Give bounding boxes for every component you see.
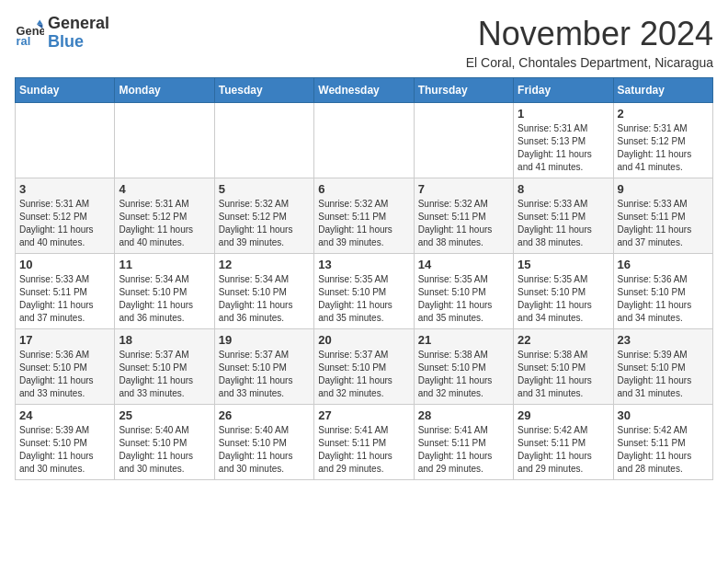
day-info: Sunrise: 5:35 AM Sunset: 5:10 PM Dayligh…	[318, 273, 409, 325]
day-info: Sunrise: 5:31 AM Sunset: 5:12 PM Dayligh…	[19, 198, 110, 249]
weekday-header-saturday: Saturday	[613, 78, 712, 103]
calendar-week-1: 1Sunrise: 5:31 AM Sunset: 5:13 PM Daylig…	[16, 103, 713, 178]
logo-text: General Blue	[48, 15, 109, 52]
calendar-week-5: 24Sunrise: 5:39 AM Sunset: 5:10 PM Dayli…	[16, 405, 713, 480]
calendar-cell	[115, 103, 214, 178]
day-info: Sunrise: 5:39 AM Sunset: 5:10 PM Dayligh…	[19, 424, 110, 476]
day-info: Sunrise: 5:37 AM Sunset: 5:10 PM Dayligh…	[119, 349, 210, 400]
day-number: 2	[618, 107, 709, 121]
day-number: 13	[318, 258, 409, 271]
calendar-cell	[314, 103, 414, 178]
day-number: 23	[618, 333, 709, 347]
calendar-cell: 11Sunrise: 5:34 AM Sunset: 5:10 PM Dayli…	[115, 254, 214, 329]
day-number: 29	[518, 408, 609, 422]
calendar-cell: 14Sunrise: 5:35 AM Sunset: 5:10 PM Dayli…	[414, 254, 513, 329]
month-title: November 2024	[466, 15, 713, 53]
logo-icon: Gene ral	[15, 18, 44, 48]
calendar-cell	[414, 103, 513, 178]
day-info: Sunrise: 5:40 AM Sunset: 5:10 PM Dayligh…	[219, 424, 310, 476]
calendar-cell: 10Sunrise: 5:33 AM Sunset: 5:11 PM Dayli…	[16, 254, 115, 329]
day-number: 26	[219, 408, 310, 422]
calendar-cell: 27Sunrise: 5:41 AM Sunset: 5:11 PM Dayli…	[314, 405, 414, 480]
day-info: Sunrise: 5:35 AM Sunset: 5:10 PM Dayligh…	[418, 273, 509, 325]
calendar-cell: 20Sunrise: 5:37 AM Sunset: 5:10 PM Dayli…	[314, 329, 414, 405]
calendar-week-4: 17Sunrise: 5:36 AM Sunset: 5:10 PM Dayli…	[16, 329, 713, 405]
day-number: 9	[618, 182, 709, 196]
calendar-cell: 13Sunrise: 5:35 AM Sunset: 5:10 PM Dayli…	[314, 254, 414, 329]
page-header: Gene ral General Blue November 2024 El C…	[15, 15, 713, 70]
day-info: Sunrise: 5:33 AM Sunset: 5:11 PM Dayligh…	[518, 198, 609, 249]
day-info: Sunrise: 5:34 AM Sunset: 5:10 PM Dayligh…	[219, 273, 310, 325]
day-number: 15	[518, 258, 609, 271]
weekday-header-tuesday: Tuesday	[214, 78, 313, 103]
calendar-cell: 21Sunrise: 5:38 AM Sunset: 5:10 PM Dayli…	[414, 329, 513, 405]
day-info: Sunrise: 5:37 AM Sunset: 5:10 PM Dayligh…	[219, 349, 310, 400]
day-number: 24	[19, 408, 110, 422]
calendar-cell: 8Sunrise: 5:33 AM Sunset: 5:11 PM Daylig…	[514, 178, 613, 254]
day-number: 12	[219, 258, 310, 271]
day-info: Sunrise: 5:39 AM Sunset: 5:10 PM Dayligh…	[618, 349, 709, 400]
logo-general: General	[48, 15, 109, 33]
day-info: Sunrise: 5:32 AM Sunset: 5:11 PM Dayligh…	[418, 198, 509, 249]
calendar-cell: 17Sunrise: 5:36 AM Sunset: 5:10 PM Dayli…	[16, 329, 115, 405]
day-info: Sunrise: 5:31 AM Sunset: 5:12 PM Dayligh…	[119, 198, 210, 249]
day-info: Sunrise: 5:38 AM Sunset: 5:10 PM Dayligh…	[418, 349, 509, 400]
calendar-cell: 24Sunrise: 5:39 AM Sunset: 5:10 PM Dayli…	[16, 405, 115, 480]
calendar-cell: 16Sunrise: 5:36 AM Sunset: 5:10 PM Dayli…	[613, 254, 712, 329]
calendar-cell: 19Sunrise: 5:37 AM Sunset: 5:10 PM Dayli…	[214, 329, 313, 405]
day-number: 5	[219, 182, 310, 196]
day-number: 4	[119, 182, 210, 196]
day-number: 10	[19, 258, 110, 271]
day-number: 21	[418, 333, 509, 347]
calendar-cell: 15Sunrise: 5:35 AM Sunset: 5:10 PM Dayli…	[514, 254, 613, 329]
day-number: 8	[518, 182, 609, 196]
calendar-cell: 9Sunrise: 5:33 AM Sunset: 5:11 PM Daylig…	[613, 178, 712, 254]
logo: Gene ral General Blue	[15, 15, 109, 52]
calendar-cell: 26Sunrise: 5:40 AM Sunset: 5:10 PM Dayli…	[214, 405, 313, 480]
day-info: Sunrise: 5:34 AM Sunset: 5:10 PM Dayligh…	[119, 273, 210, 325]
day-info: Sunrise: 5:41 AM Sunset: 5:11 PM Dayligh…	[318, 424, 409, 476]
day-info: Sunrise: 5:36 AM Sunset: 5:10 PM Dayligh…	[618, 273, 709, 325]
title-block: November 2024 El Coral, Chontales Depart…	[466, 15, 713, 70]
day-number: 27	[318, 408, 409, 422]
day-number: 6	[318, 182, 409, 196]
day-info: Sunrise: 5:31 AM Sunset: 5:12 PM Dayligh…	[618, 122, 709, 174]
calendar-header-row: SundayMondayTuesdayWednesdayThursdayFrid…	[16, 78, 713, 103]
day-number: 7	[418, 182, 509, 196]
calendar-cell: 23Sunrise: 5:39 AM Sunset: 5:10 PM Dayli…	[613, 329, 712, 405]
logo-blue: Blue	[48, 33, 109, 52]
day-number: 20	[318, 333, 409, 347]
day-number: 17	[19, 333, 110, 347]
calendar-table: SundayMondayTuesdayWednesdayThursdayFrid…	[15, 77, 713, 480]
calendar-cell	[16, 103, 115, 178]
day-info: Sunrise: 5:38 AM Sunset: 5:10 PM Dayligh…	[518, 349, 609, 400]
weekday-header-sunday: Sunday	[16, 78, 115, 103]
day-number: 30	[618, 408, 709, 422]
day-info: Sunrise: 5:42 AM Sunset: 5:11 PM Dayligh…	[518, 424, 609, 476]
day-info: Sunrise: 5:31 AM Sunset: 5:13 PM Dayligh…	[518, 122, 609, 174]
day-number: 22	[518, 333, 609, 347]
svg-text:ral: ral	[17, 34, 31, 48]
calendar-cell: 18Sunrise: 5:37 AM Sunset: 5:10 PM Dayli…	[115, 329, 214, 405]
day-number: 3	[19, 182, 110, 196]
day-info: Sunrise: 5:33 AM Sunset: 5:11 PM Dayligh…	[19, 273, 110, 325]
svg-marker-2	[37, 19, 42, 24]
calendar-week-2: 3Sunrise: 5:31 AM Sunset: 5:12 PM Daylig…	[16, 178, 713, 254]
calendar-cell	[214, 103, 313, 178]
day-info: Sunrise: 5:37 AM Sunset: 5:10 PM Dayligh…	[318, 349, 409, 400]
calendar-cell: 3Sunrise: 5:31 AM Sunset: 5:12 PM Daylig…	[16, 178, 115, 254]
calendar-cell: 7Sunrise: 5:32 AM Sunset: 5:11 PM Daylig…	[414, 178, 513, 254]
day-info: Sunrise: 5:35 AM Sunset: 5:10 PM Dayligh…	[518, 273, 609, 325]
day-info: Sunrise: 5:36 AM Sunset: 5:10 PM Dayligh…	[19, 349, 110, 400]
day-number: 14	[418, 258, 509, 271]
weekday-header-wednesday: Wednesday	[314, 78, 414, 103]
day-number: 16	[618, 258, 709, 271]
day-number: 25	[119, 408, 210, 422]
calendar-cell: 29Sunrise: 5:42 AM Sunset: 5:11 PM Dayli…	[514, 405, 613, 480]
calendar-cell: 25Sunrise: 5:40 AM Sunset: 5:10 PM Dayli…	[115, 405, 214, 480]
weekday-header-friday: Friday	[514, 78, 613, 103]
day-info: Sunrise: 5:40 AM Sunset: 5:10 PM Dayligh…	[119, 424, 210, 476]
calendar-cell: 12Sunrise: 5:34 AM Sunset: 5:10 PM Dayli…	[214, 254, 313, 329]
day-info: Sunrise: 5:32 AM Sunset: 5:11 PM Dayligh…	[318, 198, 409, 249]
day-number: 11	[119, 258, 210, 271]
